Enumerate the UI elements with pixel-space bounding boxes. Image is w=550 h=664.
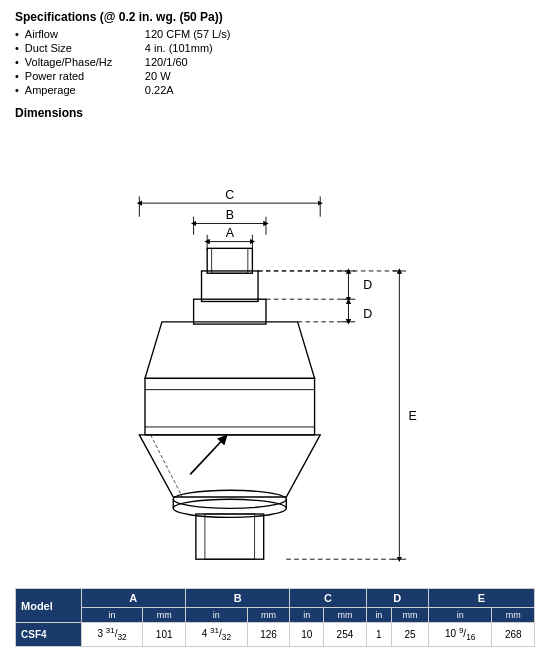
spec-duct-size: Duct Size 4 in. (101mm): [15, 42, 535, 54]
spec-value-amperage: 0.22A: [145, 84, 535, 96]
col-b-header: B: [185, 589, 289, 608]
b-mm-cell: 126: [247, 623, 289, 646]
spec-value-voltage: 120/1/60: [145, 56, 535, 68]
model-cell: CSF4: [16, 623, 82, 646]
spec-power: Power rated 20 W: [15, 70, 535, 82]
d-in-label: in: [366, 608, 391, 623]
a-in-label: in: [81, 608, 143, 623]
e-in-label: in: [428, 608, 492, 623]
c-mm-cell: 254: [324, 623, 366, 646]
spec-value-power: 20 W: [145, 70, 535, 82]
e-mm-cell: 268: [492, 623, 535, 646]
col-d-header: D: [366, 589, 428, 608]
d-mm-cell: 25: [392, 623, 429, 646]
svg-text:E: E: [408, 409, 416, 423]
svg-rect-10: [145, 378, 315, 435]
specs-list: Airflow 120 CFM (57 L/s) Duct Size 4 in.…: [15, 28, 535, 96]
table-section: Model A B C D E in mm in mm in mm in mm …: [15, 588, 535, 646]
spec-amperage: Amperage 0.22A: [15, 84, 535, 96]
svg-line-8: [151, 435, 183, 497]
diagram-container: A B C D D: [15, 124, 535, 578]
spec-label-airflow: Airflow: [25, 28, 145, 40]
col-a-header: A: [81, 589, 185, 608]
a-in-cell: 3 31/32: [81, 623, 143, 646]
svg-rect-13: [194, 299, 266, 324]
spec-label-power: Power rated: [25, 70, 145, 82]
col-c-header: C: [290, 589, 366, 608]
table-header-row: Model A B C D E: [16, 589, 535, 608]
svg-text:C: C: [225, 188, 234, 202]
specs-title: Specifications (@ 0.2 in. wg. (50 Pa)): [15, 10, 535, 24]
svg-text:B: B: [226, 208, 234, 222]
col-e-header: E: [428, 589, 534, 608]
svg-line-9: [190, 438, 224, 474]
spec-voltage: Voltage/Phase/Hz 120/1/60: [15, 56, 535, 68]
a-mm-cell: 101: [143, 623, 185, 646]
b-in-label: in: [185, 608, 247, 623]
a-mm-label: mm: [143, 608, 185, 623]
b-mm-label: mm: [247, 608, 289, 623]
spec-label-duct: Duct Size: [25, 42, 145, 54]
c-in-label: in: [290, 608, 324, 623]
svg-text:D: D: [363, 278, 372, 292]
d-mm-label: mm: [392, 608, 429, 623]
svg-rect-2: [196, 514, 264, 559]
c-mm-label: mm: [324, 608, 366, 623]
table-unit-row: in mm in mm in mm in mm in mm: [16, 608, 535, 623]
dimensions-table: Model A B C D E in mm in mm in mm in mm …: [15, 588, 535, 646]
b-in-cell: 4 31/32: [185, 623, 247, 646]
svg-rect-16: [212, 248, 248, 273]
dimensions-section: Dimensions: [15, 106, 535, 578]
svg-rect-14: [202, 271, 259, 302]
e-mm-label: mm: [492, 608, 535, 623]
svg-text:A: A: [226, 226, 235, 240]
c-in-cell: 10: [290, 623, 324, 646]
specs-section: Specifications (@ 0.2 in. wg. (50 Pa)) A…: [15, 10, 535, 96]
svg-rect-3: [205, 514, 255, 559]
table-row: CSF4 3 31/32 101 4 31/32 126 10 254 1 25…: [16, 623, 535, 646]
technical-diagram: A B C D D: [15, 124, 535, 576]
e-in-cell: 10 9/16: [428, 623, 492, 646]
spec-airflow: Airflow 120 CFM (57 L/s): [15, 28, 535, 40]
svg-text:D: D: [363, 307, 372, 321]
spec-label-voltage: Voltage/Phase/Hz: [25, 56, 145, 68]
svg-rect-15: [207, 248, 252, 273]
model-header: Model: [16, 589, 82, 623]
spec-value-airflow: 120 CFM (57 L/s): [145, 28, 535, 40]
d-in-cell: 1: [366, 623, 391, 646]
dimensions-title: Dimensions: [15, 106, 535, 120]
spec-label-amperage: Amperage: [25, 84, 145, 96]
spec-value-duct: 4 in. (101mm): [145, 42, 535, 54]
